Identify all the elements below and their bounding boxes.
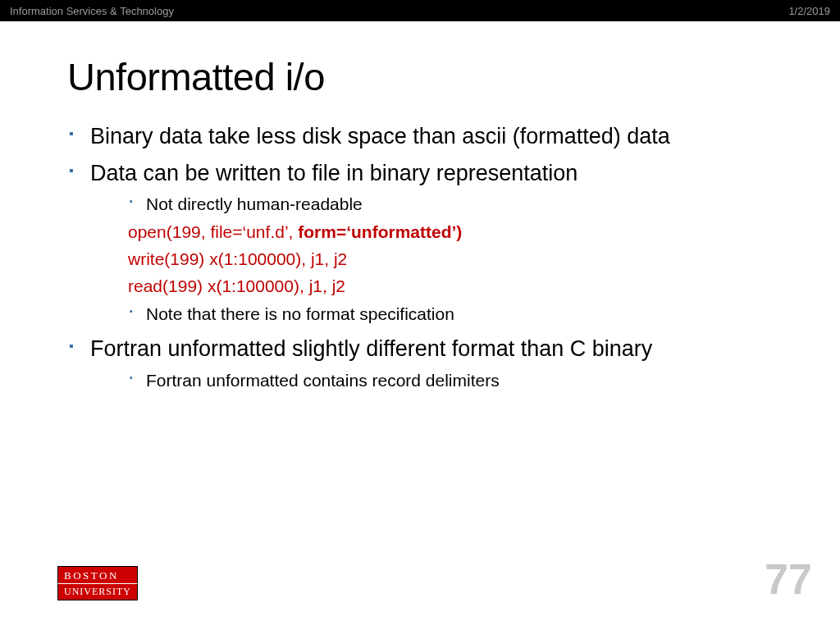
sub-bullet-text: Not directly human-readable bbox=[146, 194, 363, 213]
code-text: write(199) x(1:100000), j1, j2 bbox=[128, 249, 347, 268]
sub-bullet-item: Not directly human-readable bbox=[128, 192, 783, 217]
bullet-text: Fortran unformatted slightly different f… bbox=[90, 336, 652, 361]
code-text-bold: form=‘unformatted’) bbox=[298, 222, 462, 241]
page-number: 77 bbox=[765, 558, 812, 600]
sub-bullet-text: Fortran unformatted contains record deli… bbox=[146, 371, 500, 390]
footer: BOSTON UNIVERSITY 77 bbox=[57, 558, 812, 600]
bullet-text: Binary data take less disk space than as… bbox=[90, 124, 670, 148]
bullet-item: Data can be written to file in binary re… bbox=[67, 159, 783, 327]
slide-body: Unformatted i/o Binary data take less di… bbox=[0, 21, 840, 393]
header-bar: Information Services & Technology 1/2/20… bbox=[0, 0, 840, 21]
bullet-text: Data can be written to file in binary re… bbox=[90, 161, 578, 185]
sub-list: Not directly human-readable open(199, fi… bbox=[90, 192, 783, 326]
code-line: open(199, file=‘unf.d’, form=‘unformatte… bbox=[128, 220, 783, 244]
sub-bullet-text: Note that there is no format specificati… bbox=[146, 304, 454, 323]
code-text: read(199) x(1:100000), j1, j2 bbox=[128, 276, 345, 295]
bullet-item: Fortran unformatted slightly different f… bbox=[67, 335, 783, 393]
sub-bullet-item: Fortran unformatted contains record deli… bbox=[128, 368, 783, 393]
code-text: open(199, file=‘unf.d’, bbox=[128, 222, 298, 241]
logo-bottom-text: UNIVERSITY bbox=[57, 583, 138, 600]
slide-title: Unformatted i/o bbox=[67, 54, 783, 99]
header-date: 1/2/2019 bbox=[788, 5, 830, 17]
code-line: read(199) x(1:100000), j1, j2 bbox=[128, 274, 783, 299]
code-line: write(199) x(1:100000), j1, j2 bbox=[128, 247, 783, 272]
boston-university-logo: BOSTON UNIVERSITY bbox=[57, 566, 138, 600]
sub-list: Fortran unformatted contains record deli… bbox=[90, 368, 783, 393]
header-left: Information Services & Technology bbox=[10, 5, 174, 17]
bullet-item: Binary data take less disk space than as… bbox=[67, 122, 783, 151]
bullet-list: Binary data take less disk space than as… bbox=[67, 122, 783, 393]
logo-top-text: BOSTON bbox=[57, 566, 138, 583]
sub-bullet-item: Note that there is no format specificati… bbox=[128, 302, 783, 326]
